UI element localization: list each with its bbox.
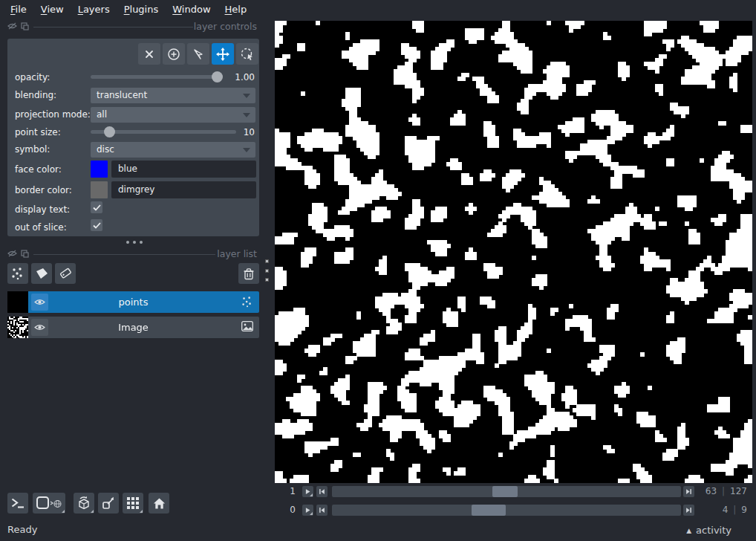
layer-row-points[interactable]: points — [7, 291, 259, 313]
activity-toggle[interactable]: ▲ activity — [686, 525, 731, 536]
shapes-layer-icon — [36, 268, 48, 280]
hide-dock-icon[interactable] — [7, 22, 17, 30]
menu-view[interactable]: View — [39, 2, 65, 16]
layer-controls-title: layer controls — [194, 21, 257, 32]
play-button[interactable] — [302, 505, 313, 516]
symbol-dropdown[interactable]: disc — [91, 142, 255, 158]
play-button[interactable] — [302, 486, 313, 497]
total-frames: 127 — [730, 486, 747, 497]
dim-slider-handle[interactable] — [492, 486, 518, 497]
trash-icon — [243, 268, 255, 280]
face-color-label: face color: — [15, 164, 62, 175]
add-points-button[interactable] — [163, 43, 185, 65]
border-color-input[interactable]: dimgrey — [111, 181, 256, 198]
dim-slider-row-1: 1 63 | 127 — [287, 486, 747, 497]
lasso-select-button[interactable] — [236, 43, 258, 65]
blending-selected-value: translucent — [97, 90, 147, 100]
menu-help[interactable]: Help — [224, 2, 249, 16]
blending-label: blending: — [15, 90, 56, 100]
popup-indicator — [91, 510, 94, 513]
lasso-icon — [241, 48, 254, 61]
dock-drag-handle[interactable] — [265, 259, 270, 282]
menu-window[interactable]: Window — [171, 2, 212, 16]
move-arrows-icon — [216, 48, 229, 61]
delete-points-button[interactable] — [138, 43, 160, 65]
layer-name: points — [7, 291, 259, 313]
dim-axis-label: 1 — [287, 486, 296, 497]
layer-list-title: layer list — [217, 248, 257, 259]
hide-dock-icon[interactable] — [7, 250, 17, 257]
grid-view-button[interactable] — [123, 493, 143, 514]
opacity-slider[interactable] — [91, 75, 223, 79]
border-color-swatch[interactable] — [91, 181, 108, 198]
frame-counter: 4 | 9 — [723, 505, 747, 516]
caret-up-icon: ▲ — [686, 527, 691, 534]
transpose-icon — [101, 496, 116, 511]
face-color-swatch[interactable] — [91, 161, 108, 178]
labels-layer-icon — [59, 267, 72, 280]
current-frame: 4 — [723, 505, 729, 516]
chevron-down-icon — [243, 148, 250, 152]
total-frames: 9 — [741, 505, 747, 516]
menu-file[interactable]: File — [9, 2, 28, 16]
pan-zoom-button[interactable] — [212, 43, 234, 65]
image-type-icon — [241, 321, 253, 331]
roll-cube-icon — [76, 496, 91, 511]
console-button[interactable] — [7, 493, 28, 514]
panel-resize-handle[interactable] — [126, 241, 144, 244]
points-layer-icon — [11, 267, 25, 280]
delete-icon — [145, 50, 154, 59]
symbol-label: symbol: — [15, 144, 50, 155]
opacity-slider-handle[interactable] — [212, 71, 223, 82]
point-size-slider[interactable] — [91, 130, 236, 134]
dim-slider-track[interactable] — [332, 486, 681, 497]
chevron-down-icon — [243, 113, 250, 117]
display-text-label: display text: — [15, 204, 70, 215]
chevron-down-icon — [243, 94, 250, 98]
menu-plugins[interactable]: Plugins — [123, 2, 160, 16]
viewer-canvas[interactable] — [275, 21, 752, 483]
transpose-dimensions-button[interactable] — [98, 493, 119, 514]
activity-label: activity — [696, 525, 731, 536]
point-size-slider-handle[interactable] — [104, 126, 115, 137]
skip-to-start-button[interactable] — [316, 486, 328, 497]
menu-layers[interactable]: Layers — [76, 2, 111, 16]
skip-to-end-button[interactable] — [683, 486, 694, 497]
titlebar-rule — [33, 27, 193, 27]
layer-row-image[interactable]: Image — [7, 317, 259, 338]
counter-separator: | — [722, 486, 725, 497]
circle-plus-icon — [167, 48, 180, 61]
layer-controls-panel: opacity: 1.00 blending: translucent proj… — [7, 39, 259, 236]
float-dock-icon[interactable] — [21, 22, 29, 30]
toggle-2d-3d-button[interactable] — [33, 493, 65, 514]
new-labels-layer-button[interactable] — [55, 263, 76, 284]
new-shapes-layer-button[interactable] — [31, 263, 52, 284]
delete-layer-button[interactable] — [238, 263, 259, 284]
projection-mode-selected-value: all — [97, 109, 107, 120]
float-dock-icon[interactable] — [21, 250, 29, 258]
border-color-label: border color: — [15, 185, 72, 195]
face-color-input[interactable]: blue — [111, 161, 256, 178]
out-of-slice-label: out of slice: — [15, 222, 67, 233]
ndisplay-icon — [36, 496, 62, 511]
home-icon — [152, 497, 166, 510]
display-text-checkbox[interactable] — [91, 201, 102, 213]
popup-indicator — [140, 510, 143, 513]
projection-mode-dropdown[interactable]: all — [91, 107, 255, 123]
current-frame: 63 — [706, 486, 717, 497]
skip-to-start-button[interactable] — [316, 505, 328, 516]
skip-to-end-button[interactable] — [683, 505, 694, 516]
console-icon — [11, 498, 25, 508]
home-button[interactable] — [149, 493, 169, 514]
dim-slider-track[interactable] — [332, 505, 681, 516]
point-size-value: 10 — [244, 127, 255, 137]
blending-dropdown[interactable]: translucent — [91, 88, 255, 103]
out-of-slice-checkbox[interactable] — [91, 219, 102, 231]
roll-dimensions-button[interactable] — [74, 493, 94, 514]
new-points-layer-button[interactable] — [7, 263, 28, 284]
opacity-value: 1.00 — [235, 72, 255, 82]
dim-slider-handle[interactable] — [472, 505, 506, 516]
projection-mode-label: projection mode: — [15, 109, 91, 120]
select-points-button[interactable] — [187, 43, 209, 65]
checkmark-icon — [93, 204, 101, 211]
